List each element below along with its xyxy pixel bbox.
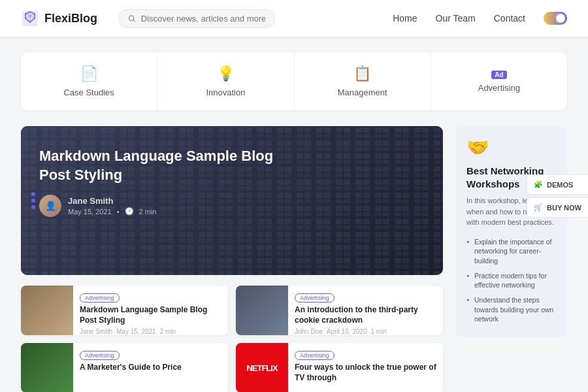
- article-date-2: April 10, 2020: [327, 328, 367, 335]
- article-thumb-1: [21, 286, 73, 335]
- article-card-3[interactable]: Advertising A Marketer's Guide to Price: [21, 343, 228, 392]
- article-card-4[interactable]: NETFLIX Advertising Four ways to unlock …: [236, 343, 443, 392]
- sidebar-list-item-3: Understand the steps towards building yo…: [466, 293, 557, 327]
- author-avatar: 👤: [39, 195, 61, 217]
- main-content: Markdown Language Sample Blog Post Styli…: [0, 126, 588, 392]
- hero-content: Markdown Language Sample Blog Post Styli…: [21, 126, 443, 238]
- article-time-2: 1 min: [371, 328, 387, 335]
- search-bar[interactable]: [118, 9, 275, 28]
- innovation-icon: 💡: [217, 65, 235, 82]
- author-meta: May 15, 2021 • 🕐 2 min: [68, 207, 156, 216]
- hero-title: Markdown Language Sample Blog Post Styli…: [39, 147, 287, 184]
- handshake-icon: 🤝: [466, 137, 557, 158]
- logo-icon: [21, 9, 39, 27]
- nav-contact[interactable]: Contact: [494, 13, 525, 24]
- category-innovation[interactable]: 💡 Innovation: [157, 52, 294, 110]
- search-icon: [128, 14, 136, 23]
- article-thumb-3: [21, 343, 73, 392]
- logo-text: FlexiBlog: [44, 12, 97, 25]
- hero-author: 👤 Jane Smith May 15, 2021 • 🕐 2 min: [39, 195, 425, 217]
- hero-article[interactable]: Markdown Language Sample Blog Post Styli…: [21, 126, 443, 275]
- article-meta-2: John Doe April 10, 2020 1 min: [295, 328, 436, 335]
- article-date-1: May 15, 2021: [116, 328, 156, 335]
- article-author-1: Jane Smith: [80, 328, 112, 335]
- category-advertising[interactable]: Ad Advertising: [431, 52, 567, 110]
- article-thumb-4: NETFLIX: [236, 343, 288, 392]
- management-icon: 📋: [353, 65, 371, 82]
- article-body-4: Advertising Four ways to unlock the true…: [288, 343, 443, 392]
- sidebar-list-item-2: Practice modern tips for effective netwo…: [466, 269, 557, 293]
- article-title-3: A Marketer's Guide to Price: [80, 363, 221, 373]
- article-meta-1: Jane Smith May 15, 2021 2 min: [80, 328, 221, 335]
- category-management[interactable]: 📋 Management: [295, 52, 431, 110]
- category-case-studies[interactable]: 📄 Case Studies: [21, 52, 157, 110]
- article-card-2[interactable]: Advertising An introduction to the third…: [236, 286, 443, 335]
- categories-bar: 📄 Case Studies 💡 Innovation 📋 Management…: [21, 52, 567, 110]
- hero-separator: •: [117, 208, 120, 216]
- sidebar-workshop-card: 🤝 Best Networking Workshops In this work…: [456, 126, 567, 337]
- article-title-1: Markdown Language Sample Blog Post Styli…: [80, 305, 221, 325]
- logo[interactable]: FlexiBlog: [21, 9, 97, 27]
- article-badge-4: Advertising: [295, 351, 335, 360]
- demos-button[interactable]: 🧩 DEMOS: [527, 174, 588, 195]
- case-studies-label: Case Studies: [63, 88, 114, 97]
- article-body-2: Advertising An introduction to the third…: [288, 286, 443, 335]
- ad-badge: Ad: [491, 71, 506, 79]
- article-card-1[interactable]: Advertising Markdown Language Sample Blo…: [21, 286, 228, 335]
- demos-label: DEMOS: [547, 181, 573, 189]
- hero-clock-icon: 🕐: [125, 207, 134, 216]
- nav-links: Home Our Team Contact: [393, 12, 567, 25]
- right-sidebar: 🤝 Best Networking Workshops In this work…: [456, 126, 567, 392]
- article-time-1: 2 min: [160, 328, 176, 335]
- hero-date: May 15, 2021: [68, 208, 112, 216]
- article-author-2: John Doe: [295, 328, 323, 335]
- article-thumb-2: [236, 286, 288, 335]
- buy-now-button[interactable]: 🛒 BUY NOW: [527, 197, 588, 218]
- article-badge-3: Advertising: [80, 351, 120, 360]
- sidebar-list-item-1: Explain the importance of networking for…: [466, 235, 557, 269]
- hero-dots: [31, 192, 35, 209]
- case-studies-icon: 📄: [80, 65, 98, 82]
- demos-icon: 🧩: [534, 180, 543, 189]
- article-body-3: Advertising A Marketer's Guide to Price: [73, 343, 228, 392]
- sidebar-list: Explain the importance of networking for…: [466, 235, 557, 327]
- buy-now-icon: 🛒: [534, 203, 543, 212]
- articles-grid: Advertising Markdown Language Sample Blo…: [21, 286, 443, 392]
- article-body-1: Advertising Markdown Language Sample Blo…: [73, 286, 228, 335]
- left-column: Markdown Language Sample Blog Post Styli…: [21, 126, 443, 392]
- navbar: FlexiBlog Home Our Team Contact: [0, 0, 588, 37]
- hero-read-time: 2 min: [139, 208, 157, 216]
- search-input[interactable]: [141, 14, 265, 24]
- nav-our-team[interactable]: Our Team: [436, 13, 476, 24]
- advertising-label: Advertising: [478, 83, 520, 93]
- article-title-4: Four ways to unlock the true power of TV…: [295, 363, 436, 383]
- article-badge-1: Advertising: [80, 293, 120, 302]
- innovation-label: Innovation: [206, 88, 245, 97]
- article-title-2: An introduction to the third-party cooki…: [295, 305, 436, 325]
- article-badge-2: Advertising: [295, 293, 335, 302]
- author-name: Jane Smith: [68, 196, 156, 206]
- theme-toggle[interactable]: [544, 12, 567, 25]
- buy-now-label: BUY NOW: [547, 204, 581, 212]
- side-actions: 🧩 DEMOS 🛒 BUY NOW: [527, 174, 588, 218]
- nav-home[interactable]: Home: [393, 13, 417, 24]
- management-label: Management: [338, 88, 387, 97]
